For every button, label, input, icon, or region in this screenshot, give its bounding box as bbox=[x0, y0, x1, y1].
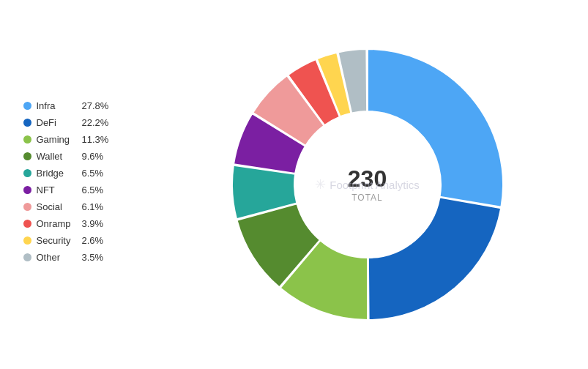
legend-pct: 22.2% bbox=[82, 117, 109, 128]
legend-pct: 9.6% bbox=[82, 151, 104, 162]
legend-dot bbox=[23, 152, 31, 160]
legend-item: NFT 6.5% bbox=[23, 184, 155, 195]
segment-defi bbox=[368, 198, 500, 320]
legend-dot bbox=[23, 203, 31, 211]
legend-dot bbox=[23, 220, 31, 228]
legend-pct: 6.5% bbox=[82, 184, 104, 195]
legend-dot bbox=[23, 186, 31, 194]
chart-area: 230 TOTAL ✳ Footprint Analytics bbox=[155, 38, 580, 331]
legend-label: Gaming bbox=[37, 134, 82, 145]
legend-label: Bridge bbox=[37, 168, 82, 179]
legend-pct: 2.6% bbox=[82, 235, 104, 246]
legend-pct: 27.8% bbox=[82, 100, 109, 111]
legend-label: Other bbox=[37, 252, 82, 263]
legend-item: DeFi 22.2% bbox=[23, 117, 155, 128]
legend-label: Security bbox=[37, 235, 82, 246]
legend-label: Infra bbox=[37, 100, 82, 111]
legend-pct: 6.5% bbox=[82, 168, 104, 179]
legend-dot bbox=[23, 102, 31, 110]
legend-pct: 3.5% bbox=[82, 252, 104, 263]
legend-dot bbox=[23, 119, 31, 127]
legend-item: Security 2.6% bbox=[23, 235, 155, 246]
legend-dot bbox=[23, 236, 31, 245]
legend-dot bbox=[23, 253, 31, 261]
chart-legend: Infra 27.8% DeFi 22.2% Gaming 11.3% Wall… bbox=[9, 100, 155, 269]
legend-item: Gaming 11.3% bbox=[23, 134, 155, 145]
legend-dot bbox=[23, 169, 31, 177]
legend-pct: 6.1% bbox=[82, 201, 104, 212]
legend-label: Wallet bbox=[37, 151, 82, 162]
legend-label: NFT bbox=[37, 184, 82, 195]
legend-dot bbox=[23, 135, 31, 144]
legend-pct: 11.3% bbox=[82, 134, 109, 145]
donut-chart bbox=[221, 38, 514, 331]
legend-label: DeFi bbox=[37, 117, 82, 128]
legend-item: Onramp 3.9% bbox=[23, 218, 155, 229]
legend-item: Social 6.1% bbox=[23, 201, 155, 212]
main-container: Infra 27.8% DeFi 22.2% Gaming 11.3% Wall… bbox=[9, 16, 580, 353]
segment-infra bbox=[368, 49, 503, 207]
legend-label: Onramp bbox=[37, 218, 82, 229]
legend-pct: 3.9% bbox=[82, 218, 104, 229]
legend-item: Wallet 9.6% bbox=[23, 151, 155, 162]
legend-label: Social bbox=[37, 201, 82, 212]
legend-item: Other 3.5% bbox=[23, 252, 155, 263]
legend-item: Bridge 6.5% bbox=[23, 168, 155, 179]
legend-item: Infra 27.8% bbox=[23, 100, 155, 111]
